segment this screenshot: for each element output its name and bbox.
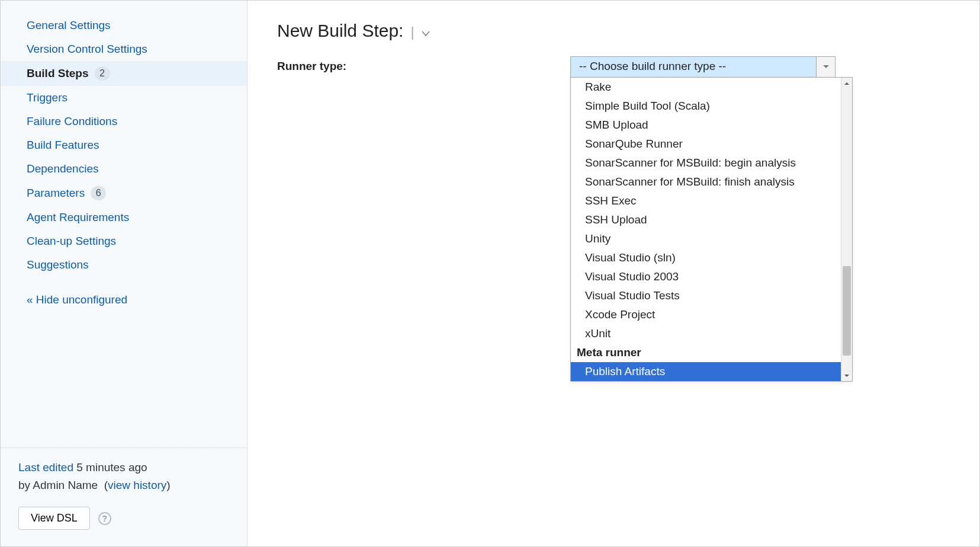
sidebar-item-label: Version Control Settings	[27, 43, 147, 56]
dropdown-option[interactable]: Publish Artifacts	[571, 362, 852, 381]
sidebar-item-label: Build Steps	[27, 67, 89, 80]
scroll-down-icon[interactable]	[841, 370, 852, 381]
sidebar-item-label: Failure Conditions	[27, 115, 117, 128]
sidebar-item-cleanup[interactable]: Clean-up Settings	[1, 229, 247, 253]
sidebar-item-build-steps[interactable]: Build Steps2	[1, 61, 247, 86]
last-edited-time: 5 minutes ago	[76, 461, 147, 474]
chevron-down-icon[interactable]	[816, 57, 835, 77]
dropdown-option[interactable]: Simple Build Tool (Scala)	[571, 97, 852, 116]
sidebar-item-label: Clean-up Settings	[27, 235, 116, 248]
dropdown-option[interactable]: Unity	[571, 229, 852, 248]
count-badge: 6	[91, 186, 106, 200]
dropdown-option[interactable]: SMB Upload	[571, 116, 852, 135]
sidebar-item-general-settings[interactable]: General Settings	[1, 14, 247, 37]
sidebar-item-label: Build Features	[27, 139, 99, 152]
runner-type-selected-text: -- Choose build runner type --	[571, 57, 816, 77]
runner-type-select-wrap: -- Choose build runner type -- RakeSimpl…	[570, 56, 836, 78]
sidebar-item-label: General Settings	[27, 19, 111, 32]
sidebar-item-label: Parameters	[27, 187, 85, 200]
sidebar-item-label: Dependencies	[27, 162, 98, 175]
last-edited-prefix: Last edited	[18, 461, 73, 474]
scroll-track[interactable]	[841, 89, 852, 370]
page-title: New Build Step:	[277, 21, 403, 41]
dropdown-option[interactable]: Visual Studio Tests	[571, 286, 852, 305]
title-divider: |	[409, 24, 415, 40]
dropdown-option[interactable]: Xcode Project	[571, 305, 852, 324]
sidebar-item-failure-conditions[interactable]: Failure Conditions	[1, 110, 247, 133]
sidebar-item-dependencies[interactable]: Dependencies	[1, 157, 247, 181]
last-edited-info: Last edited 5 minutes ago by Admin Name …	[1, 448, 247, 507]
sidebar-item-agent-requirements[interactable]: Agent Requirements	[1, 206, 247, 229]
runner-type-label: Runner type:	[277, 56, 570, 73]
sidebar-item-parameters[interactable]: Parameters6	[1, 181, 247, 206]
sidebar-item-build-features[interactable]: Build Features	[1, 133, 247, 157]
dropdown-option[interactable]: SonarQube Runner	[571, 135, 852, 153]
dropdown-option[interactable]: Visual Studio (sln)	[571, 248, 852, 267]
dropdown-option[interactable]: SSH Upload	[571, 210, 852, 229]
dropdown-option[interactable]: Visual Studio 2003	[571, 267, 852, 286]
dropdown-option[interactable]: SonarScanner for MSBuild: finish analysi…	[571, 172, 852, 191]
help-icon[interactable]: ?	[98, 512, 111, 525]
runner-type-select[interactable]: -- Choose build runner type --	[570, 56, 836, 78]
hide-unconfigured-link[interactable]: « Hide unconfigured	[1, 283, 247, 312]
view-history-link[interactable]: view history	[108, 479, 166, 491]
last-edited-by-prefix: by	[18, 479, 30, 491]
sidebar: General SettingsVersion Control Settings…	[1, 1, 248, 546]
sidebar-item-label: Suggestions	[27, 258, 89, 271]
sidebar-item-label: Triggers	[27, 91, 68, 104]
sidebar-item-vcs[interactable]: Version Control Settings	[1, 37, 247, 61]
dropdown-option[interactable]: SSH Exec	[571, 191, 852, 210]
main-content: New Build Step: | Runner type: -- Choose…	[248, 1, 979, 546]
menu-trigger-icon[interactable]	[422, 27, 430, 40]
runner-type-row: Runner type: -- Choose build runner type…	[277, 56, 950, 78]
dropdown-option[interactable]: Rake	[571, 78, 852, 97]
dropdown-group-header: Meta runner	[571, 343, 852, 362]
sidebar-item-label: Agent Requirements	[27, 211, 129, 224]
sidebar-item-suggestions[interactable]: Suggestions	[1, 253, 247, 277]
dropdown-option[interactable]: SonarScanner for MSBuild: begin analysis	[571, 153, 852, 172]
dropdown-scrollbar[interactable]	[841, 78, 852, 381]
last-edited-by-name: Admin Name	[33, 479, 98, 491]
page-title-row: New Build Step: |	[277, 21, 950, 41]
runner-type-dropdown: RakeSimple Build Tool (Scala)SMB UploadS…	[570, 77, 853, 382]
dropdown-options-list: RakeSimple Build Tool (Scala)SMB UploadS…	[571, 78, 852, 381]
dsl-row: View DSL ?	[1, 507, 247, 546]
scroll-up-icon[interactable]	[841, 78, 852, 89]
scroll-thumb[interactable]	[843, 266, 851, 356]
count-badge: 2	[95, 66, 110, 81]
sidebar-item-triggers[interactable]: Triggers	[1, 86, 247, 110]
dropdown-option[interactable]: xUnit	[571, 324, 852, 343]
view-dsl-button[interactable]: View DSL	[18, 507, 90, 530]
